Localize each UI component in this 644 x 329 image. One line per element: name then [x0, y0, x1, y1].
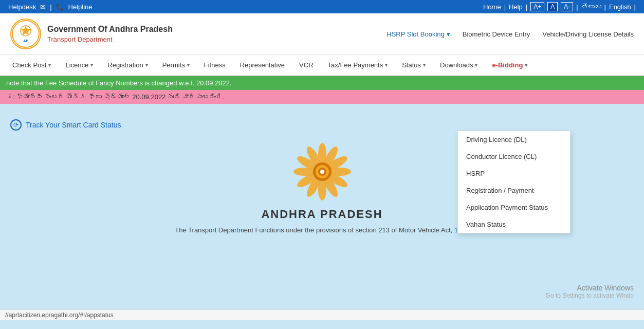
registration-arrow-icon: ▾ — [145, 62, 148, 68]
home-link[interactable]: Home — [483, 3, 501, 11]
dropdown-item-hsrp[interactable]: HSRP — [458, 165, 570, 182]
top-bar-right: Home | Help | A+ A A- | తెలుగు | English… — [483, 2, 636, 11]
divider3: | — [526, 3, 527, 11]
content-area: Driving Licence (DL) Conductor Licence (… — [0, 104, 644, 309]
nav-permits[interactable]: Permits ▾ — [155, 55, 197, 75]
dropdown-item-dl[interactable]: Driving Licence (DL) — [458, 131, 570, 148]
help-link[interactable]: Help — [509, 3, 523, 11]
downloads-arrow-icon: ▾ — [475, 62, 477, 68]
smart-card-icon: ⟳ — [10, 119, 22, 131]
vcr-label: VCR — [299, 61, 313, 69]
licence-label: Licence — [65, 61, 88, 69]
hsrp-chevron-icon: ▾ — [447, 30, 450, 38]
announcement-english: note that the Fee Schedule of Fancy Numb… — [0, 76, 644, 90]
nav-vcr[interactable]: VCR — [292, 55, 320, 75]
font-decrease-button[interactable]: A- — [561, 2, 573, 11]
divider5: | — [604, 3, 606, 11]
hsrp-slot-booking-link[interactable]: HSRP Slot Booking ▾ — [387, 30, 450, 38]
dropdown-item-application-payment-status[interactable]: Application Payment Status — [458, 199, 570, 216]
dropdown-item-cl[interactable]: Conductor Licence (CL) — [458, 148, 570, 165]
vehicle-license-link[interactable]: Vehicle/Driving License Details — [542, 30, 634, 38]
status-arrow-icon: ▾ — [423, 62, 426, 68]
hsrp-label: HSRP Slot Booking — [387, 30, 445, 38]
activate-windows-notice: Activate Windows Go to Settings to activ… — [546, 284, 634, 299]
registration-label: Registration — [107, 61, 143, 69]
dropdown-item-registration-payment[interactable]: Registration / Payment — [458, 182, 570, 199]
ap-subtitle: The Transport Department Functions under… — [175, 226, 469, 234]
telugu-lang-link[interactable]: తెలుగు — [581, 3, 601, 11]
representative-label: Representative — [240, 61, 285, 69]
tax-fee-arrow-icon: ▾ — [385, 62, 388, 68]
top-bar-left: Helpdesk ✉ | 📞 Helpline — [8, 3, 93, 11]
tax-fee-label: Tax/Fee Payments — [328, 61, 383, 69]
smart-card-link[interactable]: ⟳ Track Your Smart Card Status — [10, 119, 634, 131]
check-post-arrow-icon: ▾ — [48, 62, 51, 68]
divider: | — [50, 3, 51, 11]
nav-licence[interactable]: Licence ▾ — [58, 55, 100, 75]
mail-icon: ✉ — [40, 3, 46, 11]
dept-name: Transport Department — [47, 35, 173, 44]
ap-title: ANDHRA PRADESH — [261, 208, 382, 221]
svg-point-20 — [320, 170, 324, 174]
ebidding-arrow-icon: ▾ — [525, 62, 527, 68]
govt-logo: AP — [10, 19, 41, 49]
font-increase-button[interactable]: A+ — [530, 2, 544, 11]
helpdesk-label: Helpdesk — [8, 3, 36, 11]
ap-emblem-svg — [291, 141, 353, 203]
announcement-telugu-text: క: ఫ్యాన్సీ నంబర్ యొక్క ఫీజు షెడ్యూల్ 20… — [6, 93, 224, 101]
nav-fitness[interactable]: Fitness — [197, 55, 233, 75]
nav-tax-fee[interactable]: Tax/Fee Payments ▾ — [321, 55, 395, 75]
emblem-svg: AP — [11, 20, 40, 48]
status-dropdown-menu: Driving Licence (DL) Conductor Licence (… — [457, 131, 571, 233]
nav-representative[interactable]: Representative — [233, 55, 292, 75]
activate-windows-title: Activate Windows — [546, 284, 634, 292]
announcement-english-text: note that the Fee Schedule of Fancy Numb… — [6, 79, 232, 87]
english-lang-link[interactable]: English — [609, 3, 631, 11]
top-bar: Helpdesk ✉ | 📞 Helpline Home | Help | A+… — [0, 0, 644, 13]
header-nav: HSRP Slot Booking ▾ Biometric Device Ent… — [387, 30, 634, 38]
gov-title: Government Of Andhra Pradesh Transport D… — [47, 24, 173, 45]
url-display: //aprtacitizen.epragathi.org/#!/appstatu… — [5, 312, 114, 319]
fitness-label: Fitness — [204, 61, 226, 69]
licence-arrow-icon: ▾ — [90, 62, 93, 68]
dropdown-item-vahan-status[interactable]: Vahan Status — [458, 216, 570, 233]
activate-windows-subtitle: Go to Settings to activate Windo — [546, 292, 634, 299]
smart-card-label: Track Your Smart Card Status — [26, 121, 121, 129]
nav-check-post[interactable]: Check Post ▾ — [5, 55, 58, 75]
site-header: AP Government Of Andhra Pradesh Transpor… — [0, 13, 644, 55]
phone-icon: 📞 — [56, 3, 64, 11]
nav-ebidding[interactable]: e-Bidding ▾ — [485, 55, 535, 75]
nav-downloads[interactable]: Downloads ▾ — [433, 55, 485, 75]
permits-arrow-icon: ▾ — [187, 62, 190, 68]
logo-area: AP Government Of Andhra Pradesh Transpor… — [10, 19, 173, 49]
ebidding-label: e-Bidding — [492, 61, 523, 69]
nav-registration[interactable]: Registration ▾ — [100, 55, 155, 75]
gov-name: Government Of Andhra Pradesh — [47, 24, 173, 35]
divider2: | — [504, 3, 506, 11]
main-navigation: Check Post ▾ Licence ▾ Registration ▾ Pe… — [0, 55, 644, 76]
divider4: | — [576, 3, 578, 11]
font-normal-button[interactable]: A — [547, 2, 558, 11]
divider6: | — [634, 3, 636, 11]
permits-label: Permits — [162, 61, 185, 69]
biometric-device-link[interactable]: Biometric Device Entry — [463, 30, 530, 38]
status-label: Status — [402, 61, 421, 69]
browser-status-bar: //aprtacitizen.epragathi.org/#!/appstatu… — [0, 309, 644, 320]
svg-text:AP: AP — [23, 39, 28, 43]
announcement-telugu: క: ఫ్యాన్సీ నంబర్ యొక్క ఫీజు షెడ్యూల్ 20… — [0, 90, 644, 104]
nav-status[interactable]: Status ▾ — [395, 55, 433, 75]
helpline-label: Helpline — [68, 3, 93, 11]
downloads-label: Downloads — [440, 61, 473, 69]
check-post-label: Check Post — [12, 61, 46, 69]
